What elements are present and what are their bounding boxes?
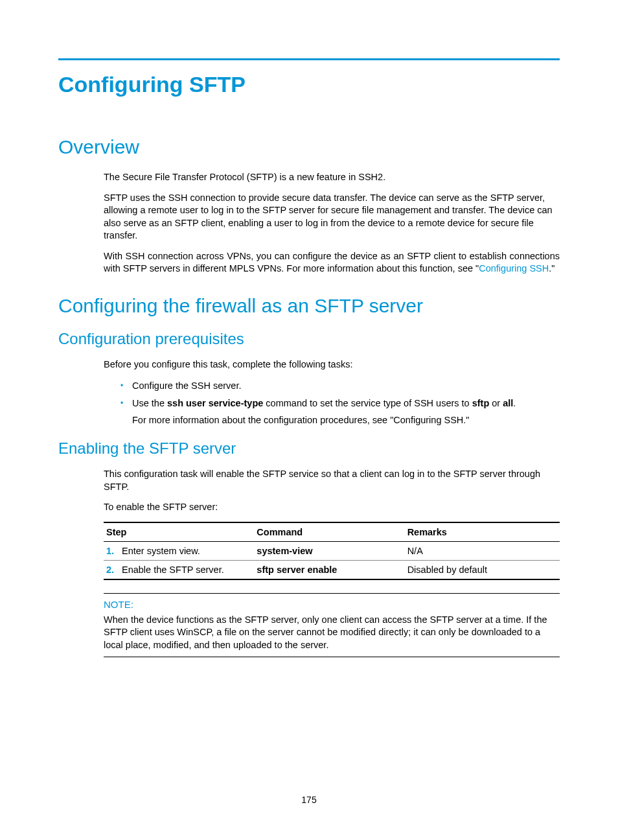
section-overview-heading: Overview — [58, 136, 560, 158]
subsection-prereq-heading: Configuration prerequisites — [58, 330, 560, 348]
table-row: 2.Enable the SFTP server. sftp server en… — [104, 560, 560, 579]
configuring-ssh-link[interactable]: Configuring SSH — [479, 263, 549, 274]
cell-rem-1: N/A — [405, 541, 560, 560]
overview-p2: SFTP uses the SSH connection to provide … — [104, 192, 560, 242]
th-remarks: Remarks — [405, 522, 560, 542]
b2-a: Use the — [132, 398, 167, 408]
page-title: Configuring SFTP — [58, 72, 560, 97]
cell-step-2: 2.Enable the SFTP server. — [104, 560, 254, 579]
page-number: 175 — [0, 795, 618, 805]
overview-p1: The Secure File Transfer Protocol (SFTP)… — [104, 171, 560, 184]
th-command: Command — [254, 522, 404, 542]
note-label: NOTE: — [104, 599, 560, 610]
b2-b: command to set the service type of SSH u… — [263, 398, 472, 408]
top-rule — [58, 58, 560, 60]
step-text-2: Enable the SFTP server. — [122, 565, 224, 575]
cell-rem-2: Disabled by default — [405, 560, 560, 579]
b2-sub: For more information about the configura… — [132, 414, 560, 427]
step-text-1: Enter system view. — [122, 546, 200, 556]
table-row: 1.Enter system view. system-view N/A — [104, 541, 560, 560]
prereq-intro: Before you configure this task, complete… — [104, 358, 560, 371]
note-box: NOTE: When the device functions as the S… — [104, 593, 560, 658]
b2-cmd: ssh user service-type — [167, 398, 263, 408]
prereq-bullet-2: Use the ssh user service-type command to… — [122, 397, 560, 427]
subsection-enable-heading: Enabling the SFTP server — [58, 439, 560, 458]
step-num-2: 2. — [106, 565, 122, 575]
enable-p2: To enable the SFTP server: — [104, 501, 560, 514]
section-firewall-heading: Configuring the firewall as an SFTP serv… — [58, 295, 560, 317]
cell-step-1: 1.Enter system view. — [104, 541, 254, 560]
table-header-row: Step Command Remarks — [104, 522, 560, 542]
b2-all: all — [503, 398, 513, 408]
th-step: Step — [104, 522, 254, 542]
note-text: When the device functions as the SFTP se… — [104, 614, 560, 652]
enable-table: Step Command Remarks 1.Enter system view… — [104, 522, 560, 580]
cell-cmd-2: sftp server enable — [254, 560, 404, 579]
prereq-list: Configure the SSH server. Use the ssh us… — [122, 379, 560, 427]
cell-cmd-1: system-view — [254, 541, 404, 560]
prereq-bullet-1: Configure the SSH server. — [122, 379, 560, 393]
overview-p3-b: ." — [549, 263, 555, 274]
b2-or: or — [489, 398, 503, 408]
b2-sftp: sftp — [472, 398, 490, 408]
step-num-1: 1. — [106, 546, 122, 556]
enable-p1: This configuration task will enable the … — [104, 468, 560, 493]
b2-c: . — [513, 398, 516, 408]
overview-p3: With SSH connection across VPNs, you can… — [104, 250, 560, 275]
